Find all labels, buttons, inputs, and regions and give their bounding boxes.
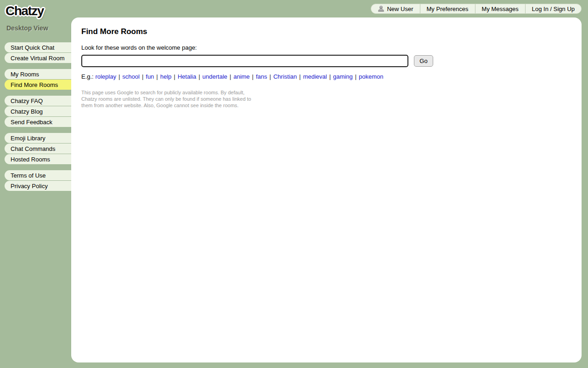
- sidebar-item-chatzy-blog[interactable]: Chatzy Blog: [5, 106, 71, 116]
- example-link-anime[interactable]: anime: [233, 73, 249, 80]
- note-line: This page uses Google to search for publ…: [81, 89, 571, 96]
- example-separator: |: [142, 73, 143, 80]
- desktop-view-label: Desktop View: [6, 24, 48, 32]
- sidebar-item-emoji-library[interactable]: Emoji Library: [5, 133, 71, 143]
- sidebar-item-terms-of-use[interactable]: Terms of Use: [5, 170, 71, 180]
- google-search-note: This page uses Google to search for publ…: [81, 89, 571, 109]
- sidebar-item-chatzy-faq[interactable]: Chatzy FAQ: [5, 96, 71, 106]
- room-search-input[interactable]: [81, 55, 408, 67]
- example-separator: |: [270, 73, 271, 80]
- example-separator: |: [252, 73, 254, 80]
- sidebar-menu: Start Quick Chat Create Virtual Room My …: [5, 42, 71, 197]
- example-link-school[interactable]: school: [122, 73, 140, 80]
- sidebar-group-legal: Terms of Use Privacy Policy: [5, 170, 71, 191]
- sidebar-group-rooms: My Rooms Find More Rooms: [5, 69, 71, 90]
- example-link-fans[interactable]: fans: [256, 73, 267, 80]
- note-line: Chatzy rooms are unlisted. They can only…: [81, 96, 571, 102]
- sidebar-group-help: Chatzy FAQ Chatzy Blog Send Feedback: [5, 96, 71, 127]
- example-link-christian[interactable]: Christian: [273, 73, 297, 80]
- login-signup-button[interactable]: Log In / Sign Up: [525, 4, 581, 13]
- example-link-hetalia[interactable]: Hetalia: [178, 73, 196, 80]
- examples-prefix: E.g.:: [81, 73, 94, 80]
- sidebar-item-start-quick-chat[interactable]: Start Quick Chat: [5, 42, 71, 52]
- example-separator: |: [119, 73, 120, 80]
- example-link-roleplay[interactable]: roleplay: [95, 73, 116, 80]
- page-title: Find More Rooms: [81, 27, 571, 36]
- search-row: Go: [81, 55, 571, 67]
- sidebar-item-my-rooms[interactable]: My Rooms: [5, 69, 71, 79]
- sidebar-item-send-feedback[interactable]: Send Feedback: [5, 117, 71, 127]
- note-line: them from another website. Also, Google …: [81, 102, 571, 109]
- my-preferences-label: My Preferences: [427, 6, 469, 12]
- example-link-medieval[interactable]: medieval: [303, 73, 327, 80]
- sidebar-group-resources: Emoji Library Chat Commands Hosted Rooms: [5, 133, 71, 164]
- sidebar-item-hosted-rooms[interactable]: Hosted Rooms: [5, 154, 71, 164]
- search-label: Look for these words on the welcome page…: [81, 44, 571, 51]
- top-navigation-bar: New User My Preferences My Messages Log …: [371, 4, 582, 14]
- new-user-button[interactable]: New User: [371, 4, 419, 13]
- my-messages-label: My Messages: [482, 6, 519, 12]
- example-separator: |: [230, 73, 231, 80]
- sidebar-item-find-more-rooms[interactable]: Find More Rooms: [5, 80, 71, 90]
- my-preferences-button[interactable]: My Preferences: [420, 4, 475, 13]
- example-separator: |: [329, 73, 331, 80]
- example-separator: |: [355, 73, 356, 80]
- example-link-help[interactable]: help: [160, 73, 172, 80]
- main-content-panel: Find More Rooms Look for these words on …: [71, 17, 582, 362]
- example-link-gaming[interactable]: gaming: [333, 73, 353, 80]
- new-user-label: New User: [387, 6, 413, 12]
- sidebar-item-create-virtual-room[interactable]: Create Virtual Room: [5, 53, 71, 63]
- login-signup-label: Log In / Sign Up: [532, 6, 575, 12]
- sidebar-item-privacy-policy[interactable]: Privacy Policy: [5, 181, 71, 191]
- example-link-pokemon[interactable]: pokemon: [359, 73, 383, 80]
- user-icon: [378, 6, 384, 12]
- sidebar-item-chat-commands[interactable]: Chat Commands: [5, 144, 71, 154]
- example-link-fun[interactable]: fun: [146, 73, 154, 80]
- chatzy-logo[interactable]: Chatzy: [6, 4, 44, 18]
- go-button[interactable]: Go: [414, 55, 433, 67]
- sidebar-group-chat: Start Quick Chat Create Virtual Room: [5, 42, 71, 63]
- example-separator: |: [198, 73, 200, 80]
- example-separator: |: [174, 73, 175, 80]
- example-searches: E.g.: roleplay|school|fun|help|Hetalia|u…: [81, 73, 571, 80]
- example-link-undertale[interactable]: undertale: [203, 73, 227, 80]
- my-messages-button[interactable]: My Messages: [475, 4, 525, 13]
- example-separator: |: [156, 73, 158, 80]
- example-separator: |: [299, 73, 300, 80]
